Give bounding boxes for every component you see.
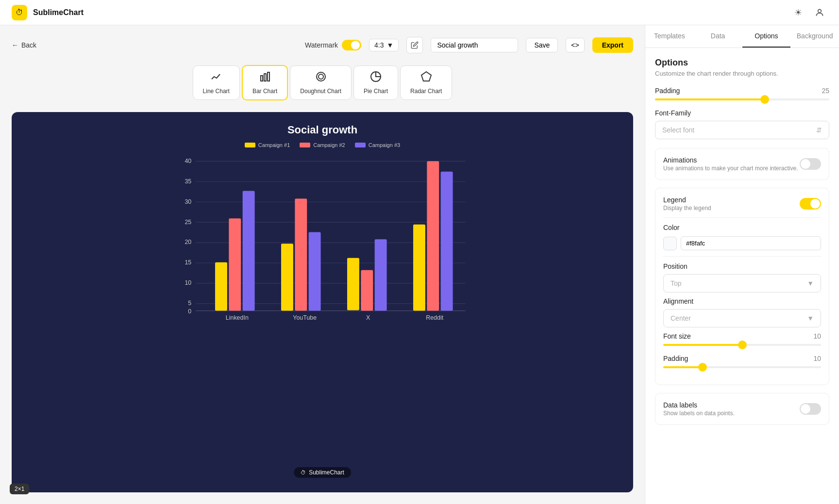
chart-type-radar[interactable]: Radar Chart — [400, 65, 452, 100]
zoom-badge: 2×1 — [10, 484, 29, 494]
bar-chart-icon — [259, 71, 271, 85]
svg-text:Reddit: Reddit — [426, 314, 444, 321]
edit-icon-button[interactable] — [406, 37, 423, 53]
back-button[interactable]: ← Back — [12, 41, 36, 49]
tab-data[interactable]: Data — [694, 25, 742, 48]
line-chart-icon — [210, 71, 222, 85]
padding-slider-fill — [655, 98, 765, 100]
save-button[interactable]: Save — [526, 38, 558, 52]
svg-rect-2 — [264, 74, 266, 81]
left-panel: ← Back Watermark 4:3 ▼ Save <> Export — [0, 25, 645, 504]
svg-point-4 — [317, 72, 325, 81]
svg-text:10: 10 — [185, 279, 191, 286]
app-name: SublimeChart — [33, 8, 84, 17]
chart-area: Social growth Campaign #1 Campaign #2 Ca… — [12, 112, 633, 492]
toggle-knob — [351, 41, 360, 49]
animations-section: Animations Use animations to make your c… — [655, 148, 829, 180]
watermark-control: Watermark — [305, 40, 361, 50]
legend-display-label: Display the legend — [663, 205, 711, 211]
chevron-down-icon: ▼ — [387, 41, 394, 49]
export-button[interactable]: Export — [592, 37, 633, 53]
legend-fontsize-option: Font size 10 — [663, 332, 821, 346]
padding-value: 25 — [822, 87, 829, 95]
legend-padding-thumb[interactable] — [698, 363, 707, 372]
color-swatch[interactable] — [663, 237, 677, 250]
tab-options[interactable]: Options — [742, 25, 791, 48]
ratio-select[interactable]: 4:3 ▼ — [369, 39, 399, 51]
legend-color-2 — [300, 143, 310, 147]
legend-padding-slider — [663, 366, 821, 368]
svg-text:X: X — [366, 314, 370, 321]
svg-text:0: 0 — [188, 308, 191, 315]
svg-rect-25 — [215, 262, 227, 311]
watermark-label: Watermark — [305, 41, 338, 49]
svg-text:YouTube: YouTube — [293, 314, 317, 321]
legend-item-2: Campaign #2 — [300, 142, 345, 148]
padding-label: Padding 25 — [655, 87, 829, 95]
legend-padding-value: 10 — [813, 355, 821, 362]
chart-type-line[interactable]: Line Chart — [193, 65, 240, 100]
code-button[interactable]: <> — [566, 38, 584, 52]
svg-rect-34 — [361, 270, 373, 311]
legend-fontsize-thumb[interactable] — [738, 341, 747, 349]
chevron-down-icon: ▼ — [807, 279, 814, 287]
legend-color-3 — [355, 143, 366, 147]
animations-toggle[interactable] — [800, 158, 821, 170]
animations-toggle-row: Animations Use animations to make your c… — [663, 156, 821, 172]
legend-item-1: Campaign #1 — [245, 142, 290, 148]
chart-type-pie[interactable]: Pie Chart — [353, 65, 398, 100]
legend-color-1 — [245, 143, 255, 147]
svg-rect-1 — [261, 76, 263, 81]
svg-point-5 — [319, 74, 323, 79]
legend-fontsize-slider — [663, 344, 821, 346]
tab-bar: Templates Data Options Background — [645, 25, 839, 48]
font-family-select[interactable]: Select font ⇵ — [655, 121, 829, 139]
legend-item-3: Campaign #3 — [355, 142, 400, 148]
svg-text:5: 5 — [188, 300, 191, 307]
toolbar: ← Back Watermark 4:3 ▼ Save <> Export — [12, 37, 633, 53]
chart-type-doughnut[interactable]: Doughnut Chart — [290, 65, 352, 100]
chevron-down-icon-2: ▼ — [807, 314, 814, 322]
svg-rect-39 — [441, 172, 453, 311]
chart-title-input[interactable] — [431, 38, 518, 52]
padding-slider-thumb[interactable] — [760, 95, 769, 104]
bar-chart-svg: 40 35 30 25 20 15 10 5 0 LinkedIn — [23, 156, 621, 321]
data-labels-desc: Show labels on data points. — [663, 410, 735, 417]
options-title: Options — [655, 58, 829, 68]
tab-background[interactable]: Background — [790, 25, 839, 48]
svg-point-0 — [818, 9, 822, 13]
svg-text:LinkedIn: LinkedIn — [226, 314, 249, 321]
watermark-badge: ⏱ SublimeChart — [294, 467, 351, 478]
legend-section: Legend Display the legend Color — [655, 188, 829, 385]
svg-text:35: 35 — [185, 178, 191, 185]
svg-rect-35 — [375, 239, 387, 310]
main-layout: ← Back Watermark 4:3 ▼ Save <> Export — [0, 25, 839, 504]
user-icon[interactable] — [812, 5, 827, 20]
legend-fontsize-value: 10 — [813, 332, 821, 340]
data-labels-toggle-row: Data labels Show labels on data points. — [663, 401, 821, 417]
chart-type-bar[interactable]: Bar Chart — [242, 65, 288, 100]
svg-rect-29 — [281, 244, 293, 310]
chevron-icon: ⇵ — [816, 126, 822, 134]
svg-text:30: 30 — [185, 198, 191, 205]
chart-display-title: Social growth — [23, 124, 621, 136]
animations-desc: Use animations to make your chart more i… — [663, 165, 798, 172]
color-input[interactable] — [681, 236, 821, 250]
padding-option: Padding 25 — [655, 87, 829, 100]
settings-icon[interactable]: ☀ — [790, 5, 806, 20]
back-arrow-icon: ← — [12, 41, 18, 49]
data-labels-toggle[interactable] — [800, 403, 821, 415]
pie-chart-icon — [370, 71, 382, 85]
legend-position-select[interactable]: Top ▼ — [663, 274, 821, 293]
legend-alignment-select[interactable]: Center ▼ — [663, 309, 821, 327]
svg-rect-37 — [413, 225, 425, 311]
svg-rect-38 — [427, 161, 439, 310]
tab-templates[interactable]: Templates — [645, 25, 694, 48]
chart-legend: Campaign #1 Campaign #2 Campaign #3 — [23, 142, 621, 148]
header: ⏱ SublimeChart ☀ — [0, 0, 839, 25]
legend-toggle[interactable] — [800, 198, 821, 210]
svg-marker-6 — [421, 72, 431, 81]
watermark-toggle[interactable] — [342, 40, 361, 50]
svg-rect-3 — [268, 72, 269, 81]
svg-rect-26 — [229, 218, 241, 310]
